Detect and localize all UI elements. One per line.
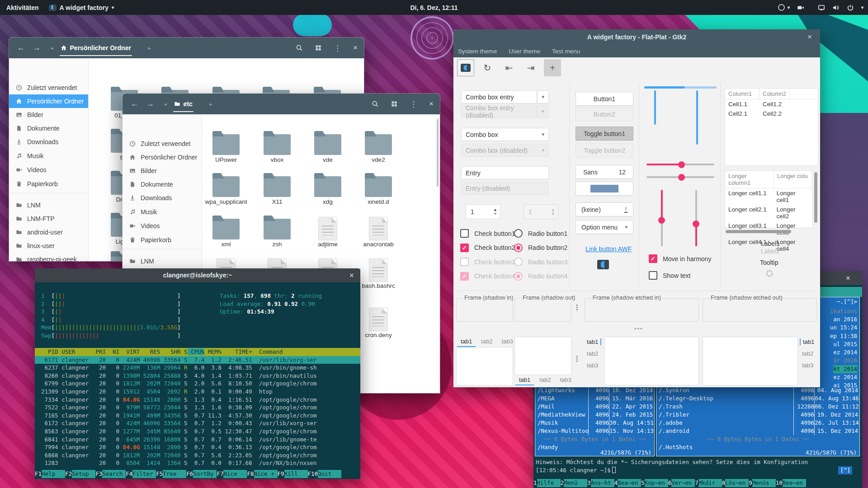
file-icon-folder[interactable]: [264, 219, 291, 239]
check-button-2[interactable]: ✓Check button2: [460, 244, 515, 252]
power-icon[interactable]: [847, 4, 854, 11]
sidebar-item-dokumente[interactable]: Dokumente: [9, 122, 89, 135]
tab-tab1[interactable]: tab1: [585, 338, 601, 345]
sidebar-item-videos[interactable]: Videos: [9, 163, 89, 177]
pathbar-next-icon[interactable]: ▸: [148, 45, 151, 51]
record-icon[interactable]: ▾: [778, 4, 790, 11]
pathbar-current[interactable]: Persönlicher Ordner: [58, 38, 134, 58]
process-row[interactable]: 6841 clangner 20 0 645M 26396 16808 S 0.…: [35, 436, 360, 444]
radio-button-2[interactable]: Radio button2: [514, 244, 567, 252]
sidebar-item-papierkorb[interactable]: Papierkorb: [9, 177, 89, 191]
mc-file-row[interactable]: /.android409615. Dez 2014: [656, 427, 859, 435]
sidebar-item-pers-nlicher-ordner[interactable]: Persönlicher Ordner: [9, 94, 89, 108]
sidebar-item-dokumente[interactable]: Dokumente: [123, 178, 202, 191]
hscale2-handle[interactable]: [678, 174, 685, 181]
menu-system-theme[interactable]: System theme: [458, 48, 497, 55]
file-icon-folder[interactable]: [365, 134, 392, 155]
sidebar-item-bilder[interactable]: Bilder: [123, 164, 202, 178]
tree-row[interactable]: Longer cell2.1Longer cell2: [725, 205, 812, 221]
combo-box[interactable]: Combo box▾: [461, 128, 549, 141]
forward-button[interactable]: →: [33, 43, 41, 52]
scrollbar[interactable]: [437, 119, 439, 187]
mc-file-row[interactable]: /.adobe409626. Jul 13:14: [656, 419, 859, 427]
pathbar-current[interactable]: etc: [171, 94, 195, 114]
treeview2[interactable]: Longer column1Longer coluLonger cell1.1L…: [725, 170, 813, 228]
sidebar-item-musik[interactable]: Musik: [9, 149, 89, 163]
sidebar-item-videos[interactable]: Videos: [123, 219, 202, 233]
sidebar-item-downloads[interactable]: Downloads: [123, 191, 202, 205]
notebook4-tabs[interactable]: tab1tab2tab3: [800, 338, 816, 369]
process-row[interactable]: 6237 clangner 20 0 2240M 136M 29964 R 6.…: [35, 364, 360, 372]
process-row[interactable]: 6172 clangner 20 0 424M 46096 33564 S 0.…: [35, 419, 360, 427]
sidebar-item-lnm-ftp[interactable]: LNM-FTP: [9, 212, 89, 225]
back-button[interactable]: ←: [131, 99, 138, 108]
combo-box-entry[interactable]: Combo box entry: [461, 90, 537, 103]
spin-button[interactable]: 1▲▼: [466, 204, 500, 219]
process-row[interactable]: 21309 clangner 20 0 15912 4504 2692 R 2.…: [35, 388, 360, 396]
mc-file-row[interactable]: /.Telegr~Desktop409604. Aug 13:46: [656, 394, 859, 403]
file-icon-folder[interactable]: [212, 134, 240, 155]
tree-row[interactable]: Longer cell3.1Longer cell3: [725, 221, 812, 237]
file-label[interactable]: xdg: [303, 198, 353, 205]
close-icon[interactable]: ×: [349, 272, 354, 280]
mc-file-row[interactable]: /.Tribler409619. Dez 2014: [656, 411, 859, 419]
file-label[interactable]: vde: [303, 156, 353, 163]
menu-test-menu[interactable]: Test menu: [552, 48, 580, 55]
file-icon-folder[interactable]: [314, 134, 341, 155]
sidebar-item-lnm[interactable]: LNM: [9, 198, 89, 212]
file-icon-file[interactable]: [369, 217, 388, 240]
entry[interactable]: Entry: [461, 166, 549, 179]
sidebar-item-bilder[interactable]: Bilder: [9, 108, 89, 122]
mc-file-row[interactable]: /Mail409622. Apr 2015: [535, 403, 654, 411]
file-icon-folder[interactable]: [314, 176, 341, 197]
htop-titlebar[interactable]: clangner@isleofskye:~ ×: [35, 268, 360, 282]
refresh-icon[interactable]: ↻: [479, 59, 496, 76]
file-label[interactable]: zsh: [252, 241, 302, 248]
file-label[interactable]: vbox: [252, 156, 302, 163]
notebook1-tabs[interactable]: tab1tab2tab3: [457, 337, 517, 347]
search-icon[interactable]: [372, 100, 379, 108]
pathbar-prev-icon[interactable]: ◂: [51, 45, 53, 51]
tree-row[interactable]: Cell2.1Cell2.2: [725, 109, 818, 118]
file-label[interactable]: vde2: [354, 156, 403, 163]
menu-dots-icon[interactable]: ⋮: [410, 99, 417, 109]
search-icon[interactable]: [296, 44, 303, 52]
forward-button[interactable]: →: [146, 99, 154, 108]
volume-icon[interactable]: [832, 4, 840, 11]
close-icon[interactable]: ×: [807, 33, 812, 42]
hscale1-rest[interactable]: [681, 164, 714, 165]
system-menu-chevron-icon[interactable]: ▾: [861, 5, 863, 10]
scale-top-rest[interactable]: [685, 86, 717, 89]
link-button[interactable]: Link button AWF: [585, 245, 632, 253]
file-icon-file[interactable]: [369, 258, 388, 282]
vertical-scale-blue1[interactable]: [654, 90, 656, 125]
file-label[interactable]: anacrontab: [354, 241, 403, 248]
htop-function-keys[interactable]: F1Help F2Setup F3SearchF4FilterF5Tree F6…: [35, 470, 360, 478]
sidebar-item-zuletzt-verwendet[interactable]: Zuletzt verwendet: [123, 137, 202, 150]
tree-header[interactable]: Longer column1Longer colu: [725, 171, 812, 188]
tab-tab2[interactable]: tab2: [800, 350, 816, 357]
file-label[interactable]: wpa_supplicant: [202, 198, 251, 205]
process-row[interactable]: 7994 clangner 20 0 84.0G 15148 2800 S 0.…: [35, 443, 360, 451]
close-icon[interactable]: ×: [846, 274, 850, 282]
mc-file-row[interactable]: /Nexus-Multitool409615. Nov 14:13: [535, 427, 654, 435]
sidebar-item-downloads[interactable]: Downloads: [9, 135, 89, 149]
mc-file-row[interactable]: /Musik409630. Aug 14:51: [535, 419, 654, 427]
tab-tab3[interactable]: tab3: [498, 337, 517, 347]
notebook2-tabs[interactable]: tab1tab2tab3: [515, 375, 575, 385]
process-row[interactable]: 7165 clangner 20 0 1941M 409M 34356 S 0.…: [35, 412, 360, 420]
mc-file-row[interactable]: /.Synkron409604. Aug 2014: [656, 386, 859, 394]
menu-dots-icon[interactable]: ⋮: [334, 43, 341, 53]
mc-file-row[interactable]: /MediathekView409624. Feb 2015: [535, 411, 654, 419]
file-label[interactable]: adjtime: [303, 241, 353, 248]
menu-user-theme[interactable]: User theme: [509, 48, 540, 55]
tree-row[interactable]: Longer cell1.1Longer cell1: [725, 188, 812, 205]
process-table[interactable]: PID USER PRI NI VIRT RES SHR S CPU% MEM%…: [35, 348, 360, 467]
go-first-icon[interactable]: ⇤: [500, 59, 518, 76]
process-row[interactable]: 6799 clangner 20 0 1812M 202M 72040 S 2.…: [35, 380, 360, 388]
view-grid-icon[interactable]: [315, 44, 322, 52]
notebook3-tabs[interactable]: tab1tab2tab3: [585, 338, 601, 369]
mc-prompt-line[interactable]: [12:05:46 clangner ~]$: [536, 466, 616, 474]
toggle-button1[interactable]: Toggle button1: [576, 127, 633, 141]
activities-button[interactable]: Aktivitäten: [6, 4, 39, 11]
